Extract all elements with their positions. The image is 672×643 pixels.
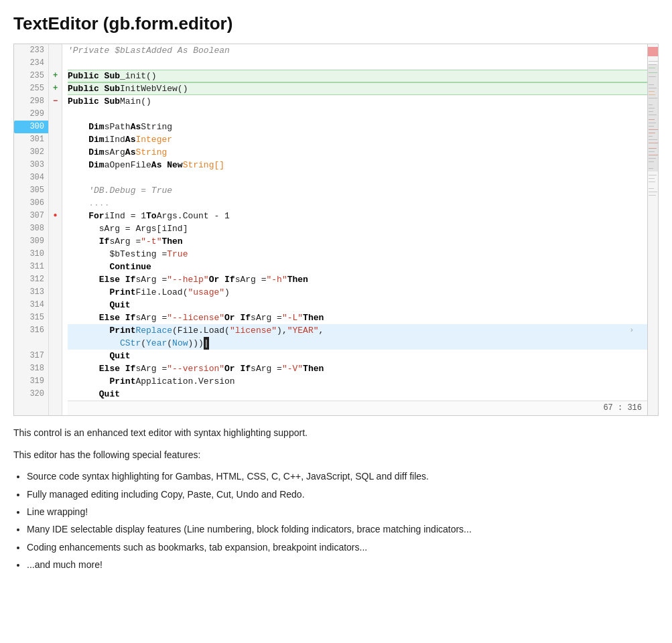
code-line-302: Dim sArg As String [68,146,647,159]
feature-item-4: Many IDE selectable display features (Li… [27,522,659,537]
svg-rect-24 [649,155,658,155]
svg-rect-21 [649,143,658,143]
svg-rect-33 [649,195,656,196]
svg-rect-4 [649,76,656,77]
svg-rect-2 [649,68,655,68]
feature-item-3: Line wrapping! [27,504,659,519]
svg-rect-1 [649,64,657,65]
feature-item-6: ...and much more! [27,557,659,572]
svg-rect-13 [649,115,657,115]
svg-rect-22 [649,148,657,149]
svg-rect-15 [649,123,656,123]
svg-rect-11 [649,108,655,109]
code-line-303: Dim aOpenFile As New String[] [68,159,647,171]
svg-rect-9 [649,98,657,98]
svg-rect-0 [649,61,658,62]
svg-rect-30 [649,182,655,182]
code-line-314: Quit [68,299,647,311]
code-area[interactable]: 'Private $bLastAdded As Boolean Public S… [62,44,647,415]
svg-rect-25 [649,158,656,159]
line-numbers: 233 234 235 255 298 299 300 301 302 303 … [14,44,49,415]
svg-rect-31 [649,188,654,189]
svg-rect-27 [649,168,653,169]
code-line-255: Public Sub InitWebView() [68,82,647,95]
feature-item-2: Fully managed editing including Copy, Pa… [27,487,659,502]
svg-rect-16 [649,126,654,127]
code-line-309: If sArg = "-t" Then [68,235,647,248]
code-line-311: Continue [68,261,647,273]
code-line-319: Print Application.Version [68,375,647,388]
feature-item-5: Coding enhancements such as bookmarks, t… [27,540,659,555]
mini-scrollbar[interactable] [647,44,658,415]
text-editor[interactable]: 233 234 235 255 298 299 300 301 302 303 … [13,44,659,416]
line-wrap-indicator: › [629,324,634,337]
code-line-304 [68,171,647,184]
svg-rect-5 [649,84,654,85]
svg-rect-23 [649,151,655,152]
code-line-312: Else If sArg = "--help" Or If sArg = "-h… [68,273,647,286]
code-line-305: 'DB.Debug = True [68,184,647,197]
code-line-316b: CStr(Year(Now)))| [68,337,647,350]
code-line-307: For iInd = 1 To Args.Count - 1 [68,210,647,222]
code-line-301: Dim iInd As Integer [68,133,647,146]
feature-item-1: Source code syntax highlighting for Gamb… [27,469,659,484]
svg-rect-18 [649,133,655,133]
svg-rect-26 [649,161,654,162]
code-line-310: $bTesting = True [68,248,647,261]
svg-rect-20 [649,139,657,140]
code-line-316: Print Replace​(File.Load("license"), "YE… [68,324,647,337]
svg-rect-10 [649,104,653,105]
svg-rect-6 [649,88,657,88]
code-line-318: Else If sArg = "--version" Or If sArg = … [68,362,647,375]
svg-rect-12 [649,111,653,112]
svg-rect-14 [649,119,655,120]
mini-map [648,44,658,415]
code-line-313: Print File.Load("usage") [68,286,647,299]
code-line-315: Else If sArg = "--license" Or If sArg = … [68,311,647,324]
code-line-320: Quit [68,388,647,401]
description: This control is an enhanced text editor … [13,425,659,572]
code-line-317: Quit [68,350,647,362]
page-title: TextEditor (gb.form.editor) [13,13,659,34]
code-line-300: Dim sPath As String [68,121,647,133]
code-line-306: .... [68,197,647,210]
code-line-233: 'Private $bLastAdded As Boolean [68,44,647,57]
code-line-235: Public Sub _init() [68,70,647,82]
code-line-298: Public Sub Main() [68,95,647,108]
svg-rect-32 [649,192,657,192]
svg-rect-28 [649,175,657,175]
desc-intro1: This control is an enhanced text editor … [13,425,659,440]
code-line-234 [68,57,647,70]
status-bar: 67 : 316 [68,401,647,415]
svg-rect-19 [649,136,653,137]
svg-rect-8 [649,94,655,95]
gutter: + + − [49,44,62,415]
svg-rect-7 [649,91,655,92]
desc-intro2: This editor has the following special fe… [13,447,659,462]
svg-rect-3 [649,72,657,73]
svg-rect-29 [649,178,655,179]
svg-rect-17 [649,129,658,130]
code-line-308: sArg = Args[iInd] [68,222,647,235]
features-list: Source code syntax highlighting for Gamb… [27,469,659,572]
code-line-299 [68,108,647,121]
